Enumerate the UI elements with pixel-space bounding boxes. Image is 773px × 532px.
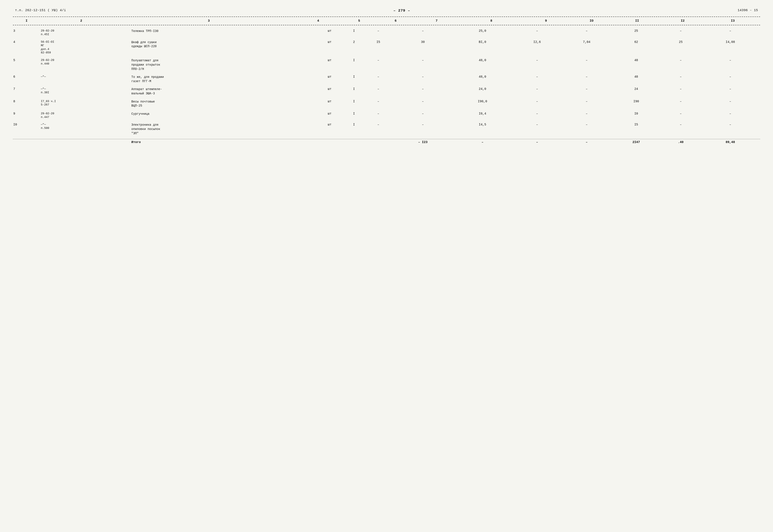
header-left: т.п. 262-12-151 ( УШ) 4/i — [15, 9, 66, 12]
cell-2-1: 4 — [13, 39, 40, 56]
cell-4-10: – — [562, 74, 612, 84]
cell-8-7: – — [393, 122, 453, 136]
header-right: 14396 - 15 — [738, 9, 758, 12]
cell-3-11: 48 — [612, 58, 661, 72]
total-cell-4 — [315, 140, 344, 145]
total-cell-9: – — [512, 140, 562, 145]
cell-5-6: – — [363, 86, 393, 96]
total-row: Итого– I23–––2I47.4089,48 — [13, 140, 760, 145]
total-cell-7: – I23 — [393, 140, 453, 145]
cell-7-6: – — [363, 111, 393, 120]
cell-6-11: I90 — [612, 99, 661, 109]
cell-2-10: 7,04 — [562, 39, 612, 56]
cell-2-4: шт — [315, 39, 344, 56]
col-header-9: 9 — [523, 18, 569, 24]
cell-5-4: шт — [315, 86, 344, 96]
cell-3-8: 48,0 — [453, 58, 512, 72]
cell-2-8: BI,0 — [453, 39, 512, 56]
cell-8-12: – — [661, 122, 701, 136]
cell-1-10: – — [562, 28, 612, 37]
total-cell-10: – — [562, 140, 612, 145]
cell-1-7: – — [393, 28, 453, 37]
cell-1-12: – — [661, 28, 701, 37]
col-header-5: 5 — [341, 18, 377, 24]
total-cell-2 — [40, 140, 130, 145]
total-cell-3: Итого — [130, 140, 315, 145]
table-row: 456-OI-OI МГ доп.4 82-859Шкаф для сушки … — [13, 39, 760, 56]
cell-1-4: шт — [315, 28, 344, 37]
cell-2-5: 2 — [344, 39, 363, 56]
page-header: т.п. 262-12-151 ( УШ) 4/i – 279 – 14396 … — [13, 9, 760, 13]
cell-8-9: – — [512, 122, 562, 136]
header-center: – 279 – — [394, 9, 410, 13]
cell-3-1: 5 — [13, 58, 40, 72]
col-header-8: 8 — [459, 18, 523, 24]
cell-6-6: – — [363, 99, 393, 109]
cell-3-4: шт — [315, 58, 344, 72]
total-cell-12: .40 — [661, 140, 701, 145]
main-table: I 2 3 4 5 6 7 8 9 IO II I2 I3 — [13, 18, 760, 28]
col-header-1: I — [13, 18, 40, 24]
cell-2-7: 30 — [393, 39, 453, 56]
col-header-4: 4 — [295, 18, 341, 24]
cell-3-7: – — [393, 58, 453, 72]
cell-2-11: 62 — [612, 39, 661, 56]
cell-1-3: Тележка ТРП-I30 — [130, 28, 315, 37]
cell-2-13: I4,08 — [701, 39, 760, 56]
col-header-13: I3 — [705, 18, 760, 24]
cell-6-10: – — [562, 99, 612, 109]
cell-1-9: – — [512, 28, 562, 37]
table-row: 929-02-20 п.447СургучницаштI––I0,4––I0–– — [13, 111, 760, 120]
cell-2-6: I5 — [363, 39, 393, 56]
col-header-11: II — [614, 18, 660, 24]
cell-3-2: 29-02-20 п.440 — [40, 58, 130, 72]
cell-6-12: – — [661, 99, 701, 109]
cell-7-11: I0 — [612, 111, 661, 120]
total-cell-11: 2I47 — [612, 140, 661, 145]
cell-4-5: I — [344, 74, 363, 84]
cell-4-7: – — [393, 74, 453, 84]
cell-7-9: – — [512, 111, 562, 120]
cell-5-8: 24,0 — [453, 86, 512, 96]
cell-7-5: I — [344, 111, 363, 120]
col-header-12: I2 — [660, 18, 705, 24]
cell-6-8: I90,0 — [453, 99, 512, 109]
cell-3-5: I — [344, 58, 363, 72]
cell-5-3: Аппарат штемпеле- вальный ЭША-3 — [130, 86, 315, 96]
table-row: 7—"— п.38IАппарат штемпеле- вальный ЭША-… — [13, 86, 760, 96]
cell-1-8: 25,0 — [453, 28, 512, 37]
cell-8-2: —"— п.500 — [40, 122, 130, 136]
cell-2-9: I2,6 — [512, 39, 562, 56]
table-row: 8I7_03 ч.I 5-267Весы почтовые ВЦП-25штI–… — [13, 99, 760, 109]
cell-2-3: Шкаф для сушки одежды ШСП-220 — [130, 39, 315, 56]
total-cell-1 — [13, 140, 40, 145]
cell-7-3: Сургучница — [130, 111, 315, 120]
cell-1-6: – — [363, 28, 393, 37]
total-cell-5 — [344, 140, 363, 145]
cell-7-2: 29-02-20 п.447 — [40, 111, 130, 120]
cell-3-13: – — [701, 58, 760, 72]
cell-5-11: 24 — [612, 86, 661, 96]
table-row: 6—"—То же, для продажи газет ПГГ-МштI––4… — [13, 74, 760, 84]
cell-8-10: – — [562, 122, 612, 136]
cell-4-2: —"— — [40, 74, 130, 84]
cell-4-6: – — [363, 74, 393, 84]
cell-5-10: – — [562, 86, 612, 96]
cell-1-1: 3 — [13, 28, 40, 37]
cell-7-8: I0,4 — [453, 111, 512, 120]
cell-6-9: – — [512, 99, 562, 109]
cell-6-2: I7_03 ч.I 5-267 — [40, 99, 130, 109]
cell-8-5: I — [344, 122, 363, 136]
total-cell-13: 89,48 — [701, 140, 760, 145]
cell-5-2: —"— п.38I — [40, 86, 130, 96]
total-cell-8: – — [453, 140, 512, 145]
cell-6-7: – — [393, 99, 453, 109]
col-header-3: 3 — [122, 18, 295, 24]
cell-6-1: 8 — [13, 99, 40, 109]
cell-3-10: – — [562, 58, 612, 72]
table-row: 329-02-20 п.45IТележка ТРП-I30штI––25,0–… — [13, 28, 760, 37]
cell-7-13: – — [701, 111, 760, 120]
cell-5-12: – — [661, 86, 701, 96]
cell-4-3: То же, для продажи газет ПГГ-М — [130, 74, 315, 84]
cell-1-13: – — [701, 28, 760, 37]
